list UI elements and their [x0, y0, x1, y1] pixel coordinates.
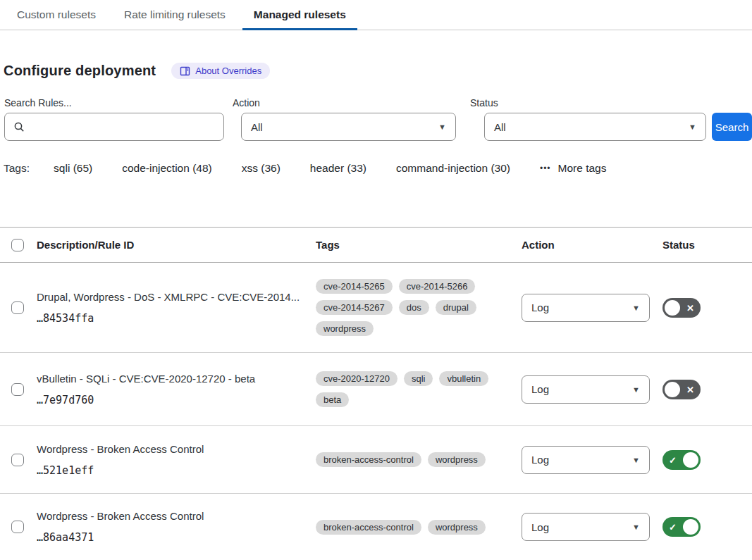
table-row: vBulletin - SQLi - CVE:CVE-2020-12720 - …: [0, 353, 752, 426]
column-header-status: Status: [662, 239, 752, 251]
tag-pill: cve-2014-5266: [399, 279, 476, 294]
tag-pill: beta: [316, 392, 349, 407]
tag-link-header[interactable]: header (33): [310, 162, 366, 175]
action-filter-value: All: [251, 121, 263, 133]
tag-pill: wordpress: [428, 452, 486, 467]
search-box: [4, 113, 224, 141]
more-tags-button[interactable]: ••• More tags: [540, 162, 607, 175]
rule-description: Drupal, Wordpress - DoS - XMLRPC - CVE:C…: [37, 291, 302, 303]
filter-bar: Search Rules... Action All ▼ Status All …: [4, 97, 752, 141]
rule-id: …521e1eff: [37, 464, 302, 477]
toggle-knob: [683, 519, 698, 535]
rule-id: …86aa4371: [37, 531, 302, 544]
toggle-state-icon: ✓: [669, 523, 677, 532]
row-checkbox[interactable]: [11, 521, 24, 533]
toggle-state-icon: ✓: [669, 455, 677, 464]
action-dropdown[interactable]: Log ▼: [522, 375, 650, 404]
search-rules-label: Search Rules...: [4, 97, 224, 108]
action-dropdown[interactable]: Log ▼: [522, 446, 650, 474]
ruleset-tabs: Custom rulesets Rate limiting rulesets M…: [0, 0, 752, 30]
chevron-down-icon: ▼: [632, 385, 640, 394]
row-checkbox[interactable]: [11, 454, 24, 466]
tag-pill: wordpress: [428, 520, 486, 535]
rule-tags: cve-2020-12720sqlivbulletinbeta: [316, 361, 522, 417]
tag-pill: wordpress: [316, 321, 374, 336]
tags-label: Tags:: [4, 162, 30, 175]
rule-id: …7e97d760: [37, 394, 302, 406]
tag-link-code-injection[interactable]: code-injection (48): [122, 162, 212, 175]
chevron-down-icon: ▼: [632, 523, 640, 531]
tag-pill: cve-2014-5265: [316, 279, 393, 294]
table-row: Drupal, Wordpress - DoS - XMLRPC - CVE:C…: [0, 263, 752, 353]
status-toggle[interactable]: ✓: [662, 517, 701, 537]
rule-tags: broken-access-controlwordpress: [316, 510, 522, 545]
row-checkbox[interactable]: [11, 301, 24, 314]
search-input[interactable]: [5, 113, 223, 140]
rule-tags: broken-access-controlwordpress: [316, 442, 522, 477]
chevron-down-icon: ▼: [632, 304, 640, 312]
action-filter-label: Action: [233, 97, 456, 108]
action-filter-select[interactable]: All ▼: [241, 113, 456, 141]
select-all-checkbox[interactable]: [11, 239, 24, 251]
tab-rate-limiting-rulesets[interactable]: Rate limiting rulesets: [113, 0, 237, 30]
book-icon: [180, 66, 190, 76]
status-toggle[interactable]: ✕: [662, 380, 701, 399]
chevron-down-icon: ▼: [632, 456, 640, 464]
table-header: Description/Rule ID Tags Action Status: [0, 228, 752, 263]
rule-description: Wordpress - Broken Access Control: [37, 443, 302, 455]
tag-pill: broken-access-control: [316, 452, 421, 467]
status-toggle[interactable]: ✓: [662, 450, 701, 470]
status-filter-label: Status: [470, 97, 706, 108]
toggle-knob: [665, 382, 680, 397]
action-dropdown[interactable]: Log ▼: [522, 513, 650, 541]
status-filter-select[interactable]: All ▼: [484, 113, 706, 141]
about-overrides-label: About Overrides: [195, 66, 261, 76]
status-toggle[interactable]: ✕: [662, 298, 701, 318]
status-filter-value: All: [494, 121, 506, 133]
tag-link-command-injection[interactable]: command-injection (30): [396, 162, 510, 175]
column-header-description: Description/Rule ID: [37, 239, 316, 251]
tag-pill: broken-access-control: [316, 520, 421, 535]
action-dropdown[interactable]: Log ▼: [522, 294, 650, 322]
rule-tags: cve-2014-5265cve-2014-5266cve-2014-5267d…: [316, 269, 522, 346]
tag-pill: cve-2014-5267: [316, 300, 393, 315]
tag-pill: dos: [399, 300, 429, 315]
tag-link-xss[interactable]: xss (36): [242, 162, 281, 175]
toggle-state-icon: ✕: [686, 385, 694, 394]
about-overrides-badge[interactable]: About Overrides: [171, 63, 270, 79]
table-row: Wordpress - Broken Access Control …86aa4…: [0, 494, 752, 560]
tags-bar: Tags: sqli (65) code-injection (48) xss …: [4, 162, 752, 175]
toggle-state-icon: ✕: [686, 303, 694, 312]
tag-pill: sqli: [404, 371, 433, 386]
rules-table: Description/Rule ID Tags Action Status D…: [0, 227, 752, 560]
tag-pill: drupal: [436, 300, 476, 315]
column-header-tags: Tags: [316, 239, 522, 251]
search-button[interactable]: Search: [712, 113, 752, 141]
toggle-knob: [665, 300, 680, 316]
tab-custom-rulesets[interactable]: Custom rulesets: [6, 0, 107, 30]
row-checkbox[interactable]: [11, 383, 24, 396]
action-dropdown-value: Log: [531, 301, 549, 313]
tab-managed-rulesets[interactable]: Managed rulesets: [242, 0, 357, 30]
chevron-down-icon: ▼: [438, 123, 446, 131]
action-dropdown-value: Log: [531, 521, 549, 533]
ellipsis-icon: •••: [540, 163, 551, 173]
rule-id: …84534ffa: [37, 312, 302, 325]
chevron-down-icon: ▼: [689, 123, 696, 131]
toggle-knob: [683, 452, 698, 468]
action-dropdown-value: Log: [531, 454, 549, 466]
table-row: Wordpress - Broken Access Control …521e1…: [0, 426, 752, 494]
column-header-action: Action: [522, 239, 662, 251]
more-tags-label: More tags: [558, 162, 607, 175]
rule-description: vBulletin - SQLi - CVE:CVE-2020-12720 - …: [37, 373, 302, 385]
page-title: Configure deployment: [4, 63, 156, 79]
tag-pill: vbulletin: [439, 371, 488, 386]
tag-link-sqli[interactable]: sqli (65): [54, 162, 92, 175]
action-dropdown-value: Log: [531, 383, 549, 395]
tag-pill: cve-2020-12720: [316, 371, 397, 386]
rule-description: Wordpress - Broken Access Control: [37, 510, 302, 522]
